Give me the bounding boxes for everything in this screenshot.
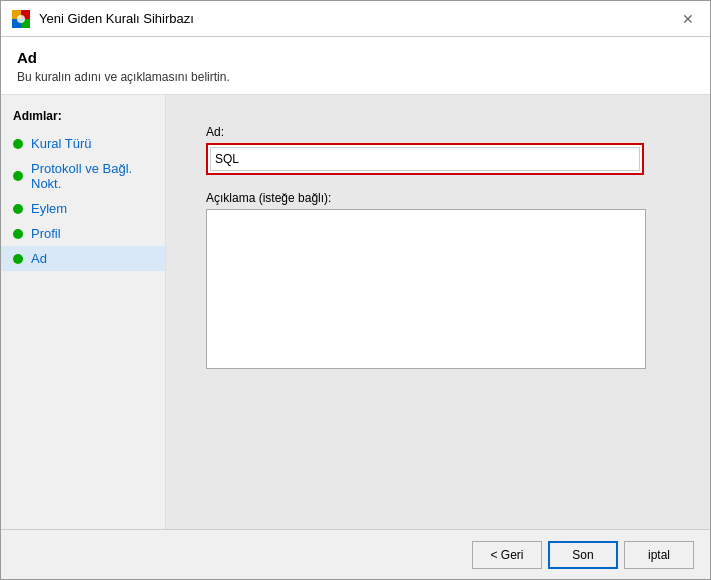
sidebar-item-eylem[interactable]: Eylem xyxy=(1,196,165,221)
title-bar-left: Yeni Giden Kuralı Sihirbazı xyxy=(11,9,194,29)
name-field-group: Ad: xyxy=(206,125,670,175)
sidebar-header: Adımlar: xyxy=(1,105,165,131)
description-label: Açıklama (isteğe bağlı): xyxy=(206,191,670,205)
main-panel: Ad: Açıklama (isteğe bağlı): xyxy=(166,95,710,529)
name-label: Ad: xyxy=(206,125,670,139)
step-dot-3 xyxy=(13,204,23,214)
wizard-icon xyxy=(11,9,31,29)
window-title: Yeni Giden Kuralı Sihirbazı xyxy=(39,11,194,26)
name-field-wrapper xyxy=(206,143,644,175)
sidebar-item-label: Ad xyxy=(31,251,47,266)
title-bar: Yeni Giden Kuralı Sihirbazı ✕ xyxy=(1,1,710,37)
description-textarea[interactable] xyxy=(206,209,646,369)
step-dot-4 xyxy=(13,229,23,239)
main-window: Yeni Giden Kuralı Sihirbazı ✕ Ad Bu kura… xyxy=(0,0,711,580)
sidebar-item-label: Profil xyxy=(31,226,61,241)
next-button[interactable]: Son xyxy=(548,541,618,569)
sidebar-item-label: Kural Türü xyxy=(31,136,91,151)
description-field-group: Açıklama (isteğe bağlı): xyxy=(206,191,670,372)
footer: < Geri Son iptal xyxy=(1,529,710,579)
svg-point-4 xyxy=(17,15,25,23)
page-subtitle: Bu kuralın adını ve açıklamasını belirti… xyxy=(17,70,694,84)
sidebar-item-label: Eylem xyxy=(31,201,67,216)
cancel-button[interactable]: iptal xyxy=(624,541,694,569)
name-input[interactable] xyxy=(210,147,640,171)
sidebar-item-profil[interactable]: Profil xyxy=(1,221,165,246)
close-button[interactable]: ✕ xyxy=(676,7,700,31)
back-button[interactable]: < Geri xyxy=(472,541,542,569)
sidebar-item-protokoll[interactable]: Protokoll ve Bağl. Nokt. xyxy=(1,156,165,196)
page-title: Ad xyxy=(17,49,694,66)
sidebar-item-label: Protokoll ve Bağl. Nokt. xyxy=(31,161,153,191)
sidebar: Adımlar: Kural Türü Protokoll ve Bağl. N… xyxy=(1,95,166,529)
sidebar-item-kural-turu[interactable]: Kural Türü xyxy=(1,131,165,156)
step-dot-5 xyxy=(13,254,23,264)
form-section: Ad: Açıklama (isteğe bağlı): xyxy=(206,125,670,388)
sidebar-item-ad[interactable]: Ad xyxy=(1,246,165,271)
step-dot-2 xyxy=(13,171,23,181)
step-dot-1 xyxy=(13,139,23,149)
content-area: Adımlar: Kural Türü Protokoll ve Bağl. N… xyxy=(1,95,710,529)
page-header: Ad Bu kuralın adını ve açıklamasını beli… xyxy=(1,37,710,95)
